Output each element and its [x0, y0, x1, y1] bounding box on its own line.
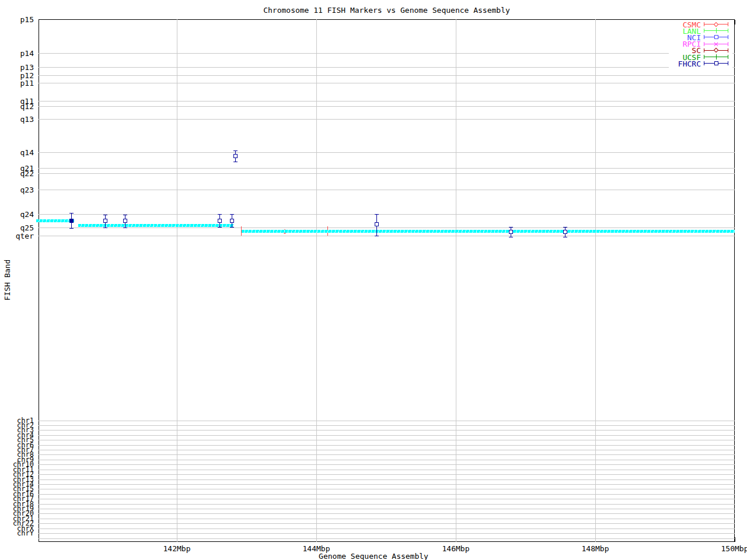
x-tick-label: 146Mbp [421, 545, 491, 552]
fhcrc-point [218, 219, 222, 223]
legend-sample-cap [728, 61, 728, 65]
grid-line-horizontal [39, 480, 735, 480]
grid-line-horizontal [39, 214, 735, 215]
grid-line-horizontal [39, 152, 735, 153]
x-tick-label: 142Mbp [142, 545, 212, 552]
legend-marker-square-icon [714, 61, 718, 65]
grid-line-horizontal [39, 421, 735, 421]
grid-line-horizontal [39, 440, 735, 440]
legend-sample-cap [704, 42, 704, 46]
grid-line-horizontal [39, 67, 735, 68]
plot-border [39, 19, 735, 542]
grid-line-horizontal [39, 190, 735, 190]
grid-line-horizontal [39, 489, 735, 489]
x-tick-label: 144Mbp [281, 545, 351, 552]
grid-line-horizontal [39, 228, 735, 228]
grid-line-vertical [456, 19, 456, 542]
grid-line-horizontal [39, 470, 735, 470]
y-tick-left [39, 19, 44, 20]
y-error-bar-cap [509, 227, 513, 228]
y-axis-label: FISH Band [3, 260, 12, 300]
y-tick-label: q13 [0, 116, 34, 123]
y-error-bar-cap [103, 228, 107, 228]
grid-line-horizontal [39, 75, 735, 76]
legend-sample-cap [728, 48, 728, 52]
grid-line-horizontal [39, 528, 735, 529]
grid-line-horizontal [39, 83, 735, 83]
grid-line-vertical [177, 19, 177, 542]
y-error-bar-cap [233, 162, 238, 162]
grid-line-horizontal [39, 519, 735, 519]
grid-line-horizontal [39, 454, 735, 455]
y-error-bar-cap [233, 150, 238, 151]
legend-sample-cap [728, 42, 728, 46]
grid-line-horizontal [39, 450, 735, 450]
assembly-segment [36, 219, 74, 222]
x-tick-label: 148Mbp [560, 545, 630, 552]
grid-line-horizontal [39, 474, 735, 475]
y-error-bar-cap [230, 214, 234, 215]
y-tick-label: q24 [0, 211, 34, 218]
grid-line-horizontal [39, 106, 735, 107]
chart-title: Chromosome 11 FISH Markers vs Genome Seq… [39, 6, 735, 15]
assembly-segment [242, 230, 735, 233]
fhcrc-point [233, 154, 238, 158]
legend-marker-plus-icon-h [714, 30, 719, 31]
grid-line-horizontal [39, 460, 735, 460]
y-error-bar-cap [563, 227, 567, 228]
y-error-bar-cap [218, 227, 222, 228]
grid-line-horizontal [39, 533, 735, 534]
assembly-segment [78, 224, 233, 227]
legend-sample-cap [704, 55, 704, 59]
grid-line-horizontal [39, 53, 735, 54]
grid-line-horizontal [39, 464, 735, 465]
grid-line-horizontal [39, 430, 735, 430]
y-error-bar-cap [69, 213, 74, 214]
fhcrc-point [509, 230, 513, 234]
x-tick-bottom [735, 537, 735, 542]
y-error-bar-cap [69, 228, 74, 229]
x-tick-label: 150Mbp [700, 545, 747, 552]
grid-line-horizontal [39, 523, 735, 524]
fhcrc-point [375, 222, 379, 226]
grid-line-horizontal [39, 119, 735, 120]
y-tick-label: p14 [0, 50, 34, 57]
y-tick-label: q14 [0, 149, 34, 156]
fhcrc-point [69, 219, 74, 223]
grid-line-horizontal [39, 168, 735, 169]
grid-line-horizontal [39, 509, 735, 509]
legend-sample-cap [728, 22, 728, 26]
grid-line-vertical [595, 19, 596, 542]
y-error-bar-cap [563, 237, 567, 237]
grid-line-horizontal [39, 499, 735, 499]
y-tick-label: q22 [0, 170, 34, 177]
legend-sample-cap [728, 35, 728, 39]
y-error-bar-cap [375, 236, 379, 236]
legend-sample-cap [704, 22, 704, 26]
legend-marker-plus-icon-h [714, 57, 719, 57]
grid-line-horizontal [39, 236, 735, 236]
y-tick-label: q12 [0, 103, 34, 110]
legend-label-fhcrc: FHCRC [660, 60, 701, 68]
legend-sample-cap [728, 29, 728, 33]
grid-line-horizontal [39, 538, 735, 539]
legend-sample-cap [704, 48, 704, 52]
legend-sample-cap [704, 29, 704, 33]
y-error-bar-cap [230, 227, 234, 228]
y-error-bar-cap [218, 214, 222, 215]
fhcrc-point [103, 219, 107, 223]
legend-sample-cap [704, 35, 704, 39]
y-tick-label: qter [0, 232, 34, 240]
fish-marker-chart: Chromosome 11 FISH Markers vs Genome Seq… [0, 0, 747, 560]
y-tick-label: p15 [0, 16, 34, 23]
grid-line-horizontal [39, 504, 735, 505]
fhcrc-point [230, 219, 234, 223]
y-error-bar-cap [509, 237, 513, 237]
legend-sample-cap [728, 55, 728, 59]
y-error-bar-cap [103, 215, 107, 215]
grid-line-horizontal [39, 494, 735, 495]
y-tick-label: p13 [0, 64, 34, 71]
grid-line-horizontal [39, 173, 735, 174]
grid-line-horizontal [39, 513, 735, 514]
y-error-bar-cap [375, 214, 379, 215]
